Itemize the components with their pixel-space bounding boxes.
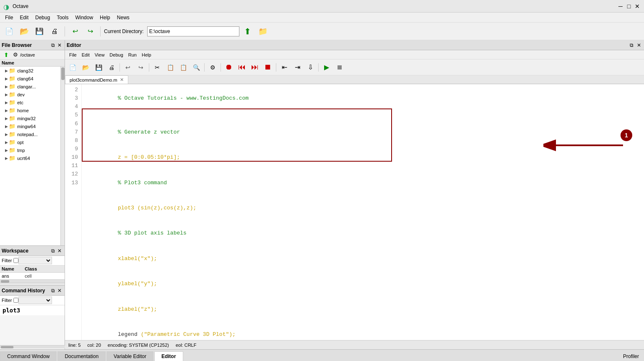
expand-icon: ▶	[5, 85, 8, 89]
ed-step-prev[interactable]: ⇤	[278, 62, 290, 73]
menu-debug[interactable]: Debug	[32, 14, 53, 21]
cmd-filter-check[interactable]	[13, 298, 18, 303]
ed-cut[interactable]: ✂	[151, 62, 163, 73]
folder-clang64[interactable]: ▶ 📁 clang64	[0, 75, 65, 83]
ed-settings[interactable]: ⚙	[207, 62, 218, 73]
ed-save[interactable]: 💾	[93, 62, 104, 73]
ed-find[interactable]: 🔍	[190, 62, 202, 73]
folder-dev[interactable]: ▶ 📁 dev	[0, 90, 65, 98]
code-line-12: legend ("Parametric Curve 3D Plot");	[85, 322, 641, 340]
ed-copy[interactable]: 📋	[164, 62, 176, 73]
up-dir-button[interactable]: ⬆	[241, 25, 254, 38]
code-comment-2: % Octave Tutorials - www.TestingDocs.com	[118, 95, 249, 101]
tab-variable-editor[interactable]: Variable Editor	[106, 351, 153, 361]
code-code-10: ylabel("y");	[118, 281, 157, 287]
file-browser-close[interactable]: ✕	[56, 42, 63, 49]
ed-undo[interactable]: ↩	[122, 62, 134, 73]
menu-help[interactable]: Help	[96, 14, 114, 21]
folder-tmp[interactable]: ▶ 📁 tmp	[0, 146, 65, 154]
path-settings-button[interactable]: ⚙	[11, 50, 20, 59]
file-browser-col-header: Name	[0, 59, 65, 67]
expand-icon: ▶	[5, 93, 8, 97]
ed-open[interactable]: 📂	[80, 62, 91, 73]
profiler-label[interactable]: Profiler	[618, 352, 644, 361]
editor-menu-view[interactable]: View	[92, 52, 107, 58]
folder-etc[interactable]: ▶ 📁 etc	[0, 98, 65, 106]
menu-tools[interactable]: Tools	[53, 14, 72, 21]
ed-step-next[interactable]: ⇥	[291, 62, 303, 73]
save-button[interactable]: 💾	[33, 25, 46, 38]
folder-icon: 📁	[9, 107, 16, 113]
print-button[interactable]: 🖨	[48, 25, 61, 38]
editor-menu-run[interactable]: Run	[126, 52, 139, 58]
ed-run[interactable]: ▶	[321, 62, 332, 73]
code-code-5: z = [0:0.05:10*pi];	[118, 154, 180, 160]
file-browser-undock[interactable]: ⧉	[49, 42, 56, 49]
menu-edit[interactable]: Edit	[16, 14, 32, 21]
cmd-filter-combo[interactable]	[18, 297, 52, 304]
ed-step-back[interactable]: ⏮	[236, 62, 248, 73]
ed-record-stop[interactable]: ⏺	[223, 62, 235, 73]
open-file-button[interactable]: 📂	[18, 25, 31, 38]
ed-new[interactable]: 📄	[67, 62, 78, 73]
folder-ucrt64[interactable]: ▶ 📁 ucrt64	[0, 154, 65, 162]
undo-button[interactable]: ↩	[68, 25, 82, 38]
expand-icon: ▶	[5, 101, 8, 105]
tab-plot3commandDemo[interactable]: plot3commandDemo.m ✕	[65, 75, 128, 84]
ed-print[interactable]: 🖨	[106, 62, 117, 73]
folder-home[interactable]: ▶ 📁 home	[0, 106, 65, 114]
maximize-button[interactable]: □	[626, 3, 632, 10]
workspace-undock[interactable]: ⧉	[49, 248, 56, 254]
folder-clang32[interactable]: ▶ 📁 clang32	[0, 67, 65, 75]
workspace-row-ans[interactable]: ans cell	[0, 273, 65, 279]
tab-documentation[interactable]: Documentation	[57, 351, 106, 361]
editor-menu-help[interactable]: Help	[139, 52, 154, 58]
folder-mingw64[interactable]: ▶ 📁 mingw64	[0, 122, 65, 130]
folder-opt[interactable]: ▶ 📁 opt	[0, 138, 65, 146]
new-file-button[interactable]: 📄	[3, 25, 16, 38]
editor-menu-debug[interactable]: Debug	[107, 52, 125, 58]
editor-undock[interactable]: ⧉	[628, 42, 635, 49]
menu-file[interactable]: File	[2, 14, 16, 21]
editor-close[interactable]: ✕	[636, 42, 642, 49]
menu-window[interactable]: Window	[72, 14, 96, 21]
current-dir-input[interactable]	[147, 26, 239, 36]
redo-button[interactable]: ↪	[83, 25, 97, 38]
expand-icon: ▶	[5, 77, 8, 81]
menu-news[interactable]: News	[114, 14, 133, 21]
folder-clangar[interactable]: ▶ 📁 clangar...	[0, 83, 65, 90]
ed-paste[interactable]: 📋	[177, 62, 189, 73]
cmd-hscrollbar[interactable]	[0, 345, 65, 348]
workspace-scrollbar[interactable]	[0, 279, 65, 283]
window-controls: ─ □ ✕	[617, 3, 641, 10]
editor-menu-file[interactable]: File	[67, 52, 79, 58]
cmd-history-entry[interactable]: plot3	[0, 305, 65, 315]
folder-mingw32[interactable]: ▶ 📁 mingw32	[0, 114, 65, 122]
ed-step-fwd[interactable]: ⏭	[249, 62, 261, 73]
path-up-button[interactable]: ⬆	[2, 50, 11, 59]
ed-redo[interactable]: ↪	[135, 62, 147, 73]
workspace-filter-check[interactable]	[13, 258, 18, 263]
line-num-2: 2	[65, 86, 81, 94]
minimize-button[interactable]: ─	[617, 3, 624, 10]
file-browser-scrollbar[interactable]	[60, 67, 65, 245]
ed-stop[interactable]: ⏹	[262, 62, 274, 73]
folder-notepad[interactable]: ▶ 📁 notepad...	[0, 130, 65, 138]
ed-abort[interactable]: ⏹	[334, 62, 345, 73]
tab-command-window[interactable]: Command Window	[0, 351, 57, 361]
code-content[interactable]: % Octave Tutorials - www.TestingDocs.com…	[82, 84, 644, 340]
workspace-hscrollbar[interactable]	[0, 283, 65, 285]
workspace-filter-combo[interactable]	[18, 257, 52, 264]
ed-step-into[interactable]: ⇩	[304, 62, 316, 73]
editor-menu-edit[interactable]: Edit	[79, 52, 92, 58]
browse-dir-button[interactable]: 📁	[256, 25, 270, 38]
workspace-close[interactable]: ✕	[56, 248, 63, 254]
cmd-history-undock[interactable]: ⧉	[49, 287, 56, 294]
tab-close-button[interactable]: ✕	[120, 77, 124, 83]
ws-col-class-header: Class	[23, 266, 48, 272]
ed-sep-6	[318, 63, 319, 72]
line-num-12: 12	[65, 170, 81, 178]
cmd-history-close[interactable]: ✕	[56, 287, 63, 294]
close-button[interactable]: ✕	[634, 3, 641, 10]
tab-editor[interactable]: Editor	[154, 351, 183, 361]
